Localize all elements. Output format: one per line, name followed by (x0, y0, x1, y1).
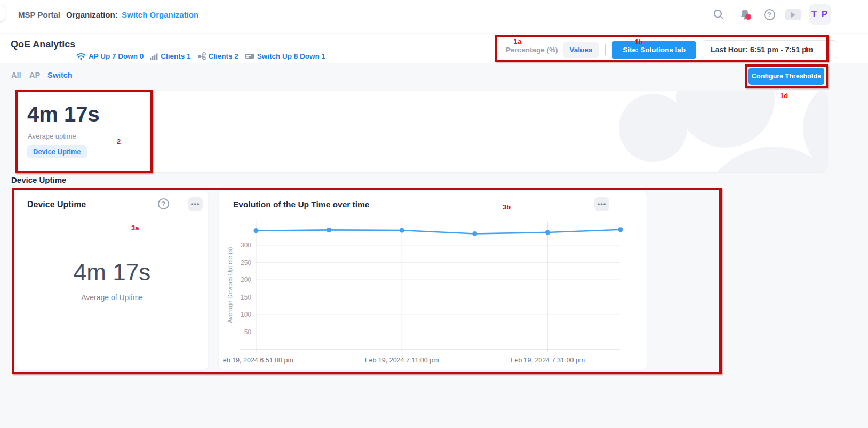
uptime-chart-card: Evolution of the Up Time over time 50100… (219, 191, 647, 370)
device-stats-line: AP Up 7 Down 0 Clients 1 Clients 2 Switc… (76, 52, 325, 60)
qoe-header: QoE Analytics AP Up 7 Down 0 Clients 1 C… (0, 34, 868, 63)
wifi-icon (76, 53, 86, 60)
svg-text:100: 100 (241, 311, 251, 318)
clients-wireless-stat[interactable]: Clients 1 (150, 52, 190, 60)
sidebar-toggle-handle[interactable] (0, 5, 5, 22)
device-uptime-card: Device Uptime 4m 17s Average of Uptime (16, 191, 208, 370)
clients-wireless-text: Clients 1 (161, 52, 190, 60)
percentage-toggle[interactable]: Percentage (%) (500, 42, 563, 58)
chart-title: Evolution of the Up Time over time (233, 200, 370, 209)
header-controls: Percentage (%) Values Site: Solutions la… (500, 40, 837, 59)
svg-text:200: 200 (241, 276, 251, 284)
page-title: QoE Analytics (11, 39, 75, 50)
video-tutorial-icon[interactable] (785, 9, 801, 20)
organization-link[interactable]: Switch Organization (122, 10, 198, 19)
tab-ap[interactable]: AP (29, 71, 40, 79)
chart-menu-button[interactable] (594, 197, 609, 211)
device-uptime-card-title: Device Uptime (27, 200, 86, 209)
topology-icon (197, 52, 206, 60)
uptime-line-chart[interactable]: 50100150200250300Feb 19, 2024 6:51:00 pm… (221, 213, 643, 368)
ap-stat-text: AP Up 7 Down 0 (89, 52, 144, 60)
switch-icon (245, 53, 254, 60)
help-icon[interactable] (762, 7, 776, 21)
average-uptime-caption: Average uptime (28, 132, 76, 140)
time-range-selector[interactable]: Last Hour: 6:51 pm - 7:51 pm (702, 40, 837, 59)
uptime-value: 4m 17s (16, 259, 208, 286)
svg-text:300: 300 (241, 241, 251, 249)
svg-text:150: 150 (241, 294, 251, 301)
switch-stat[interactable]: Switch Up 8 Down 1 (245, 52, 325, 60)
svg-text:Feb 19, 2024 7:31:00 pm: Feb 19, 2024 7:31:00 pm (511, 357, 585, 364)
tab-all[interactable]: All (11, 71, 21, 79)
card-menu-button[interactable] (188, 197, 203, 211)
notification-badge-dot (745, 14, 751, 20)
qoe-analytics-page: MSP Portal Organization: Switch Organiza… (0, 0, 868, 428)
device-uptime-badge[interactable]: Device Uptime (27, 145, 87, 158)
decorative-circle (676, 91, 775, 148)
notifications-bell-icon[interactable] (738, 7, 752, 21)
search-icon[interactable] (712, 7, 726, 21)
controls-divider (605, 44, 606, 55)
values-toggle[interactable]: Values (563, 42, 599, 58)
uptime-caption: Average of Uptime (16, 293, 208, 302)
site-selector-button[interactable]: Site: Solutions lab (612, 41, 696, 59)
user-avatar[interactable]: T P (809, 4, 831, 25)
section-title: Device Uptime (11, 175, 66, 184)
signal-bars-icon (150, 53, 158, 60)
switch-stat-text: Switch Up 8 Down 1 (257, 52, 325, 60)
clients-wired-stat[interactable]: Clients 2 (197, 52, 238, 60)
top-bar: MSP Portal Organization: Switch Organiza… (0, 0, 868, 33)
brand-title: MSP Portal (18, 10, 60, 19)
average-uptime-value: 4m 17s (27, 102, 100, 126)
svg-text:Feb 19, 2024 6:51:00 pm: Feb 19, 2024 6:51:00 pm (221, 357, 293, 364)
svg-text:250: 250 (241, 259, 251, 267)
clients-wired-text: Clients 2 (209, 52, 238, 60)
svg-text:Average Devices Uptime (s): Average Devices Uptime (s) (227, 247, 233, 323)
ap-stat[interactable]: AP Up 7 Down 0 (76, 52, 144, 60)
configure-thresholds-button[interactable]: Configure Thresholds (748, 68, 824, 85)
tab-switch[interactable]: Switch (47, 71, 73, 79)
svg-text:Feb 19, 2024 7:11:00 pm: Feb 19, 2024 7:11:00 pm (365, 357, 439, 364)
svg-text:50: 50 (244, 328, 252, 336)
card-help-icon[interactable] (158, 198, 169, 209)
summary-banner-card: 4m 17s Average uptime Device Uptime (16, 91, 827, 172)
organization-label: Organization: (66, 10, 118, 19)
